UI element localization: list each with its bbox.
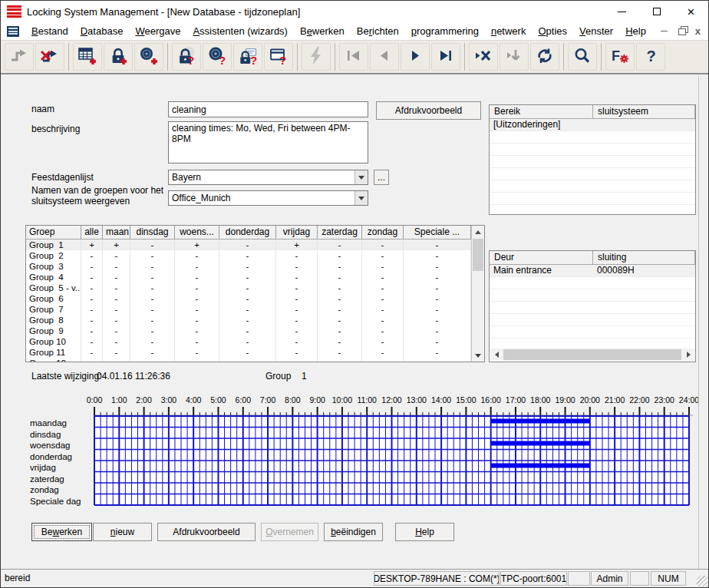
scroll-down-button[interactable] <box>472 349 484 362</box>
hour-tick-label: 13:00 <box>407 395 427 405</box>
new-lock-button[interactable] <box>104 43 133 71</box>
column-header-sluiting[interactable]: sluiting <box>593 251 695 264</box>
day-label-vrijdag: vrijdag <box>30 463 56 472</box>
group-row[interactable]: Group 5 - v...--------- <box>26 282 471 293</box>
mdi-minimize-button[interactable] <box>661 31 668 31</box>
group-cell: - <box>103 261 130 272</box>
group-cell: - <box>404 272 471 282</box>
column-header-dinsdag[interactable]: dinsdag <box>130 226 175 239</box>
column-header-sluitsysteem[interactable]: sluitsysteem <box>593 105 695 118</box>
afdrukvoorbeeld-button[interactable]: Afdrukvoorbeeld <box>157 523 256 541</box>
menu-item-weergave[interactable]: Weergave <box>129 23 186 39</box>
maximize-button[interactable] <box>639 1 674 22</box>
scrollbar-thumb[interactable] <box>473 239 483 271</box>
column-header-woens[interactable]: woens... <box>175 226 219 239</box>
refresh-button[interactable] <box>530 43 559 71</box>
read-transponder-button[interactable]: ? <box>203 43 232 71</box>
group-row[interactable]: Group 2--------- <box>26 250 471 261</box>
print-preview-top-button[interactable]: Afdrukvoorbeeld <box>376 101 481 120</box>
new-matrix-button[interactable] <box>73 43 102 71</box>
menu-item-berichten[interactable]: Berichten <box>351 23 405 39</box>
group-row[interactable]: Group 10--------- <box>26 336 471 347</box>
column-header-vrijdag[interactable]: vrijdag <box>276 226 318 239</box>
menu-item-help[interactable]: Help <box>619 23 652 39</box>
group-row[interactable]: Group 12--------- <box>26 358 471 362</box>
chevron-down-icon[interactable] <box>354 170 368 184</box>
column-header-bereik[interactable]: Bereik <box>490 105 593 118</box>
group-row[interactable]: Group 3--------- <box>26 261 471 272</box>
disconnect-button[interactable] <box>35 43 64 71</box>
column-header-maan[interactable]: maan... <box>103 226 130 239</box>
read-window-button[interactable]: ? <box>264 43 293 71</box>
status-ready-text: bereid <box>5 573 30 583</box>
nav-next-button[interactable] <box>401 43 430 71</box>
scroll-up-button[interactable] <box>472 226 484 238</box>
horizontal-scrollbar[interactable] <box>490 349 694 361</box>
menu-item-netwerk[interactable]: netwerk <box>485 23 533 39</box>
menu-item-bestand[interactable]: Bestand <box>25 23 74 39</box>
table-row[interactable]: Main entrance000089H <box>490 265 695 277</box>
bereik-table[interactable]: Bereiksluitsysteem[Uitzonderingen] <box>489 104 696 215</box>
read-lock-button[interactable]: ? <box>172 43 201 71</box>
column-header-speciale[interactable]: Speciale ... <box>404 226 471 239</box>
read-lock-card-button[interactable]: ? <box>233 43 262 71</box>
column-header-zaterdag[interactable]: zaterdag <box>318 226 362 239</box>
mdi-restore-button[interactable] <box>678 28 684 34</box>
scroll-right-button[interactable] <box>682 349 694 361</box>
help-icon: ? <box>640 45 661 69</box>
deur-table[interactable]: DeursluitingMain entrance000089H <box>489 250 696 362</box>
vertical-scrollbar[interactable] <box>471 226 484 362</box>
minimize-button[interactable] <box>605 1 639 22</box>
document-icon[interactable] <box>7 26 19 37</box>
search-button[interactable] <box>568 43 597 71</box>
group-table[interactable]: Groepallemaan...dinsdagwoens...donderdag… <box>25 225 485 362</box>
resize-grip-icon[interactable] <box>697 576 707 586</box>
column-header-deur[interactable]: Deur <box>490 251 593 264</box>
bewerken-button[interactable]: Bewerken <box>31 523 92 541</box>
group-row[interactable]: Group 6--------- <box>26 293 471 304</box>
menu-item-assistenten-wizards[interactable]: Assistenten (wizards) <box>186 23 294 39</box>
menu-item-programmering[interactable]: programmering <box>405 23 485 39</box>
mdi-close-button[interactable]: x <box>695 26 701 37</box>
scroll-left-button[interactable] <box>490 349 503 361</box>
group-cell: - <box>81 358 103 362</box>
column-header-alle[interactable]: alle <box>81 226 103 239</box>
table-row[interactable]: [Uitzonderingen] <box>490 119 695 131</box>
group-row[interactable]: Group 7--------- <box>26 304 471 315</box>
group-row[interactable]: Group 1++-+-+--- <box>26 239 471 250</box>
record-delete-button[interactable] <box>469 43 498 71</box>
group-cell: - <box>318 293 362 304</box>
be-indigen-button[interactable]: beëindigen <box>324 523 383 541</box>
menu-item-opties[interactable]: Opties <box>532 23 573 39</box>
help-button[interactable]: Help <box>395 523 454 541</box>
column-header-donderdag[interactable]: donderdag <box>219 226 276 239</box>
beschrijving-textarea[interactable]: cleaning times: Mo, Wed, Fri between 4PM… <box>168 121 368 164</box>
group-row[interactable]: Group 9--------- <box>26 325 471 336</box>
group-row[interactable]: Group 8--------- <box>26 315 471 325</box>
filter-settings-button[interactable]: F <box>605 43 635 71</box>
hour-tick-label: 22:00 <box>629 395 649 405</box>
menu-item-venster[interactable]: Venster <box>573 23 619 39</box>
day-label-dinsdag: dinsdag <box>30 430 61 439</box>
nieuw-button[interactable]: nieuw <box>93 523 152 541</box>
nav-last-button[interactable] <box>431 43 460 71</box>
hour-tick-label: 10:00 <box>332 395 352 405</box>
group-row[interactable]: Group 11--------- <box>26 347 471 358</box>
group-row[interactable]: Group 4--------- <box>26 272 471 282</box>
chevron-down-icon[interactable] <box>354 191 368 205</box>
menu-item-bewerken[interactable]: Bewerken <box>294 23 351 39</box>
group-cell: - <box>362 293 404 304</box>
new-transponder-icon <box>138 45 160 69</box>
groepnamen-combobox[interactable]: Office_Munich <box>168 190 368 206</box>
column-header-zondag[interactable]: zondag <box>362 226 404 239</box>
column-header-groep[interactable]: Groep <box>26 226 81 239</box>
help-button[interactable]: ? <box>636 43 665 71</box>
new-transponder-button[interactable] <box>134 43 163 71</box>
naam-input[interactable] <box>168 101 368 117</box>
time-grid[interactable] <box>93 406 693 508</box>
menu-item-database[interactable]: Database <box>74 23 130 39</box>
browse-holidays-button[interactable]: ... <box>374 170 389 185</box>
scrollbar-thumb[interactable] <box>503 349 681 360</box>
feestdagenlijst-combobox[interactable]: Bayern <box>168 170 368 185</box>
close-button[interactable]: × <box>674 1 708 22</box>
